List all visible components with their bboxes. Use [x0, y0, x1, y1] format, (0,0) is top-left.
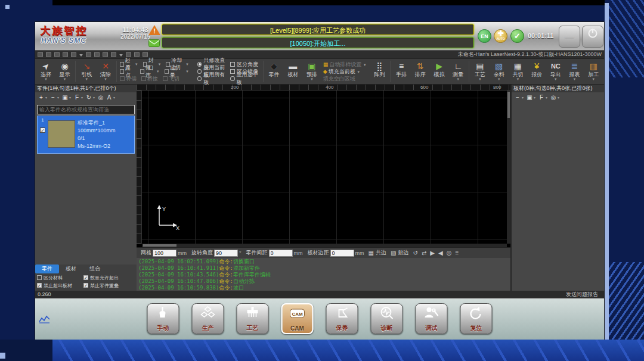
remove-part-button[interactable]: −: [49, 94, 57, 101]
menu-caret-icon[interactable]: [79, 54, 83, 57]
reset-mode-button[interactable]: 复位: [460, 303, 493, 334]
check-forbid-part-overlap[interactable]: ✓禁止零件重叠: [83, 282, 136, 288]
option-fill-current-sheet[interactable]: ◆填充当前板 ▼: [323, 68, 369, 75]
mini-chart-icon[interactable]: [39, 315, 51, 326]
part-search-input[interactable]: [37, 105, 135, 114]
add-part-button[interactable]: +: [37, 94, 45, 101]
clear-tool[interactable]: ✕ 清除 ▼: [96, 60, 115, 83]
manual-mode-button[interactable]: 手动: [147, 303, 179, 334]
lead-line-tool[interactable]: ↘ 引线 ▼: [77, 60, 96, 83]
menu-icon-import[interactable]: [63, 52, 68, 57]
report-tool[interactable]: ≣ 报表 ▼: [565, 60, 584, 83]
part-tool[interactable]: ◆ 零件: [265, 60, 284, 83]
quote-tool[interactable]: ¥ 报价: [527, 60, 546, 83]
manual-nest-tool[interactable]: ≡ 手排: [392, 60, 411, 83]
menu-icon-new[interactable]: [38, 52, 43, 57]
menu-icon-copy[interactable]: [103, 52, 108, 57]
parts-panel-toolbar: +▾ −▾ ▣▾ F▾ ↻▾ ◎ A▾: [35, 92, 137, 102]
axis-indicator: Y X: [154, 204, 182, 232]
radio-apply-all-sheets[interactable]: 应用所有板: [197, 75, 227, 82]
common-edge-tool[interactable]: ▦ 共切 ▼: [509, 60, 528, 83]
send-problem-report-link[interactable]: 发送问题报告: [566, 291, 598, 298]
step-forward-icon[interactable]: ▶: [430, 250, 435, 256]
toolbar-divider: [390, 61, 391, 82]
swap-icon[interactable]: ⇄: [422, 250, 426, 256]
sheet-margin-input[interactable]: [330, 250, 354, 257]
minimize-button[interactable]: —: [559, 26, 580, 48]
rotate-angle-input[interactable]: [214, 250, 238, 257]
step-back-icon[interactable]: ◀: [438, 250, 443, 256]
dropdown-caret-icon: ▾: [534, 95, 535, 99]
parts-panel: 零件(1种,勾选1种,共1个,已排0个) +▾ −▾ ▣▾ F▾ ↻▾ ◎ A▾…: [35, 85, 137, 264]
tab-sheets[interactable]: 板材: [59, 264, 83, 273]
dropdown-caret-icon: ▼: [565, 77, 584, 81]
log-line: (2025-04-09 16:10:47.806)命令:自动分拣: [138, 278, 509, 285]
checkbox-icon: ✓: [83, 283, 88, 288]
part-gap-input[interactable]: [269, 250, 293, 257]
check-distinguish-material[interactable]: 区分材料: [37, 275, 83, 281]
diagnosis-mode-button[interactable]: 诊断: [371, 303, 403, 334]
maintenance-mode-button[interactable]: 保养: [326, 303, 358, 334]
machining-tool[interactable]: ▥ 加工 ▼: [584, 60, 603, 83]
common-edge-icon[interactable]: ▦: [369, 250, 374, 256]
nesting-canvas[interactable]: 200 400 600 800 Y X: [137, 85, 510, 247]
canvas-grid[interactable]: [142, 91, 507, 244]
rotate-ccw-icon[interactable]: ↺: [413, 250, 418, 256]
select-tool[interactable]: ➤ 选择 ▼: [36, 60, 55, 83]
part-label-button[interactable]: A: [105, 94, 113, 101]
copy-sheet-button[interactable]: ▣: [525, 94, 534, 101]
status-ok-badge[interactable]: ✓: [510, 29, 524, 43]
manual-nest-icon: ≡: [392, 61, 411, 71]
stack-icon[interactable]: ≡: [455, 250, 459, 256]
part-size: 100mm*100mm: [78, 127, 116, 135]
snap-edge-icon[interactable]: ▨: [391, 250, 396, 256]
export-nc-tool[interactable]: NC 导出 ▼: [546, 60, 565, 83]
language-badge[interactable]: EN: [478, 29, 491, 43]
production-mode-button[interactable]: 生产: [192, 303, 224, 334]
target-icon[interactable]: ◎: [447, 250, 452, 256]
remove-sheet-button[interactable]: −: [513, 94, 522, 101]
option-icon: [141, 76, 146, 81]
sheet-tool[interactable]: ▬ 板材: [283, 60, 302, 83]
scrollbar-thumb[interactable]: [507, 92, 510, 118]
check-forbid-exceed-sheet[interactable]: ✓禁止超出板材: [37, 282, 83, 288]
menu-icon-save[interactable]: [54, 52, 60, 57]
remnant-tool[interactable]: ▧ 余料 ▼: [490, 60, 509, 83]
flip-sheet-button[interactable]: F: [537, 94, 546, 101]
menu-icon-open[interactable]: [46, 52, 51, 57]
part-checkbox[interactable]: ✓: [40, 127, 45, 133]
process-mode-button[interactable]: 工艺: [237, 303, 269, 334]
rotate-part-button[interactable]: ↻: [85, 94, 93, 101]
scrollbar-thumb[interactable]: [143, 244, 177, 247]
radio-icon: [197, 62, 202, 67]
message-mail-icon[interactable]: [148, 39, 160, 49]
part-settings-button[interactable]: ◎: [97, 94, 105, 101]
process-tool[interactable]: ▤ 工艺 ▼: [470, 60, 490, 83]
cam-mode-button[interactable]: CAM CAM: [281, 303, 314, 334]
tab-combine[interactable]: 组合: [83, 264, 107, 273]
array-tool[interactable]: ⣿ 阵列: [370, 60, 389, 83]
check-allow-quantity-exceed[interactable]: ✓数量允许超出: [83, 275, 136, 281]
copy-part-button[interactable]: ▣: [61, 94, 69, 101]
measure-tool[interactable]: ∟ 测量 ▼: [448, 60, 467, 83]
radio-apply-selected-sheet[interactable]: 应用选中板: [230, 75, 259, 82]
flip-part-button[interactable]: F: [73, 94, 81, 101]
menu-icon-redo[interactable]: [94, 52, 100, 57]
debug-mode-button[interactable]: 调试: [416, 303, 448, 334]
prenest-tool[interactable]: ▣ 预排 ▼: [302, 60, 321, 83]
hand-icon: [155, 306, 172, 321]
grid-label: 网格: [141, 249, 151, 257]
power-button[interactable]: [582, 26, 603, 48]
menu-icon-export[interactable]: [71, 52, 76, 57]
sort-tool[interactable]: ⇅ 排序: [411, 60, 430, 83]
simulate-tool[interactable]: ▶ 模拟: [430, 60, 449, 83]
menu-icon-paste[interactable]: [111, 52, 116, 57]
check-distinguish-angle[interactable]: 区分角度: [230, 61, 259, 68]
part-list-item[interactable]: 1 ✓ 标准零件_1 100mm*100mm 0/1 Ms-12mm-O2: [37, 116, 135, 154]
menu-icon-undo[interactable]: [86, 52, 91, 57]
display-tool[interactable]: ◉ 显示 ▼: [55, 60, 75, 83]
grid-input[interactable]: [153, 250, 177, 257]
auto-mode-badge[interactable]: ✚ AUTO: [494, 29, 507, 43]
tab-parts[interactable]: 零件: [35, 264, 59, 273]
view-sheet-button[interactable]: ◎: [549, 94, 558, 101]
